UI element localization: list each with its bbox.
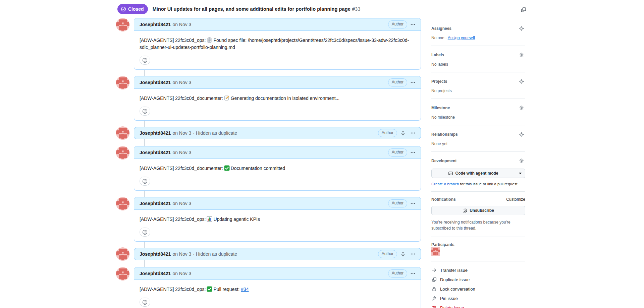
timeline-comment: Josephtd8421 on Nov 3 Author [ADW-AGENTS… <box>115 197 421 242</box>
timeline-comment: Josephtd8421 on Nov 3 Author [ADW-AGENTS… <box>115 18 421 70</box>
comment-body: [ADW-AGENTS] 22fc3c0d_documenter:Generat… <box>134 89 421 120</box>
create-branch-link[interactable]: Create a branch <box>431 182 459 186</box>
issue-title: Minor UI updates for all pages, and some… <box>153 6 361 12</box>
projects-title: Projects <box>431 79 447 84</box>
kebab-icon <box>410 271 416 276</box>
transfer-issue-action[interactable]: Transfer issue <box>431 265 525 275</box>
kebab-icon <box>410 22 416 27</box>
assign-yourself-link[interactable]: Assign yourself <box>448 36 475 40</box>
hidden-comment-row: Josephtd8421 on Nov 3 · Hidden as duplic… <box>134 127 421 139</box>
comment-options-button[interactable] <box>409 20 417 28</box>
add-reaction-button[interactable] <box>140 228 150 237</box>
add-reaction-button[interactable] <box>140 177 150 186</box>
labels-gear-button[interactable] <box>518 51 525 59</box>
comment-text-prefix: [ADW-AGENTS] 22fc3c0d_documenter: <box>140 166 223 171</box>
comment-timestamp[interactable]: on Nov 3 <box>172 80 191 85</box>
avatar[interactable] <box>116 18 129 32</box>
notifications-title: Notifications <box>431 197 456 202</box>
comment-timestamp[interactable]: on Nov 3 <box>172 150 191 155</box>
check-mark-emoji-icon <box>207 286 212 292</box>
avatar[interactable] <box>116 126 129 140</box>
comment-author[interactable]: Josephtd8421 <box>140 271 171 276</box>
author-badge: Author <box>388 199 407 207</box>
assignees-gear-button[interactable] <box>518 25 525 32</box>
expand-comment-button[interactable] <box>398 250 407 258</box>
copy-title-button[interactable] <box>519 6 527 14</box>
comment-timestamp[interactable]: on Nov 3 <box>172 22 191 27</box>
comment-text: [ADW-AGENTS] 22fc3c0d_ops:Updating agent… <box>140 216 415 223</box>
arrow-right-icon <box>431 267 437 273</box>
action-label: Pin issue <box>440 296 458 301</box>
comment-author[interactable]: Josephtd8421 <box>140 251 171 257</box>
unsubscribe-button[interactable]: Unsubscribe <box>431 206 525 215</box>
comment-options-button[interactable] <box>409 269 417 278</box>
pull-request-link[interactable]: #34 <box>241 287 249 292</box>
comment-timestamp[interactable]: on Nov 3 <box>172 251 191 257</box>
lock-conversation-action[interactable]: Lock conversation <box>431 284 525 294</box>
issue-status-label: Closed <box>128 6 144 12</box>
avatar[interactable] <box>116 247 129 261</box>
smiley-icon <box>142 109 148 114</box>
assignees-empty-text: No one - <box>431 36 447 40</box>
comment-header: Josephtd8421 on Nov 3 Author <box>134 18 421 31</box>
comment-options-button[interactable] <box>409 199 417 207</box>
comment-options-button[interactable] <box>409 129 417 137</box>
development-gear-button[interactable] <box>518 157 525 165</box>
comment-card: Josephtd8421 on Nov 3 Author [ADW-AGENTS… <box>134 267 421 308</box>
comment-author[interactable]: Josephtd8421 <box>140 130 171 136</box>
comment-text-main: Documentation committed <box>231 166 285 171</box>
milestone-title: Milestone <box>431 106 450 110</box>
author-badge: Author <box>388 148 407 157</box>
comment-text: [ADW-AGENTS] 22fc3c0d_documenter:Generat… <box>140 95 415 102</box>
comment-author[interactable]: Josephtd8421 <box>140 150 171 155</box>
action-label: Delete issue <box>440 305 464 308</box>
avatar[interactable] <box>116 146 129 160</box>
comment-timestamp[interactable]: on Nov 3 <box>172 271 191 276</box>
timeline-comment: Josephtd8421 on Nov 3 Author [ADW-AGENTS… <box>115 146 421 191</box>
relationships-gear-button[interactable] <box>518 131 525 138</box>
add-reaction-button[interactable] <box>140 56 150 65</box>
avatar[interactable] <box>116 76 129 89</box>
expand-comment-button[interactable] <box>398 129 407 137</box>
participants-title: Participants <box>431 242 454 247</box>
comment-text-main: Updating agentic KPIs <box>213 217 260 222</box>
comment-options-button[interactable] <box>409 78 417 86</box>
issue-sticky-header: Closed Minor UI updates for all pages, a… <box>115 0 529 18</box>
avatar[interactable] <box>116 267 129 281</box>
sidebar-section-projects: Projects No projects <box>431 72 525 99</box>
comment-author[interactable]: Josephtd8421 <box>140 22 171 27</box>
issue-sidebar: Assignees No one - Assign yourself Label… <box>431 18 525 308</box>
gear-icon <box>519 52 524 58</box>
comment-timestamp[interactable]: on Nov 3 <box>172 130 191 136</box>
author-badge: Author <box>388 20 407 28</box>
comment-text-prefix: [ADW-AGENTS] 22fc3c0d_ops: <box>140 38 206 43</box>
code-with-agent-mode-button[interactable]: Code with agent mode <box>431 169 515 178</box>
clipboard-emoji-icon <box>207 37 212 43</box>
customize-notifications-link[interactable]: Customize <box>506 197 525 202</box>
comment-options-button[interactable] <box>409 148 417 157</box>
notifications-note: You're receiving notifications because y… <box>431 219 519 231</box>
pin-issue-action[interactable]: Pin issue <box>431 294 525 303</box>
projects-gear-button[interactable] <box>518 78 525 85</box>
comment-timeline: Josephtd8421 on Nov 3 Author [ADW-AGENTS… <box>115 18 421 308</box>
action-label: Duplicate issue <box>440 277 470 282</box>
issue-status-badge: Closed <box>117 4 148 14</box>
add-reaction-button[interactable] <box>140 298 150 307</box>
comment-timestamp[interactable]: on Nov 3 <box>172 201 191 206</box>
comment-author[interactable]: Josephtd8421 <box>140 80 171 85</box>
participant-avatar[interactable] <box>431 247 525 256</box>
issue-title-text: Minor UI updates for all pages, and some… <box>153 6 351 12</box>
agent-mode-dropdown-button[interactable] <box>515 169 525 178</box>
duplicate-issue-action[interactable]: Duplicate issue <box>431 275 525 284</box>
comment-options-button[interactable] <box>409 250 417 258</box>
comment-card: Josephtd8421 on Nov 3 Author [ADW-AGENTS… <box>134 146 421 191</box>
code-with-agent-mode-label: Code with agent mode <box>455 171 498 176</box>
timeline-hidden-comment: Josephtd8421 on Nov 3 · Hidden as duplic… <box>115 248 421 261</box>
comment-author[interactable]: Josephtd8421 <box>140 201 171 206</box>
add-reaction-button[interactable] <box>140 107 150 116</box>
comment-text-prefix: [ADW-AGENTS] 22fc3c0d_ops: <box>140 287 206 292</box>
delete-issue-action[interactable]: Delete issue <box>431 303 525 308</box>
smiley-icon <box>142 179 148 184</box>
milestone-gear-button[interactable] <box>518 104 525 112</box>
avatar[interactable] <box>116 197 129 210</box>
